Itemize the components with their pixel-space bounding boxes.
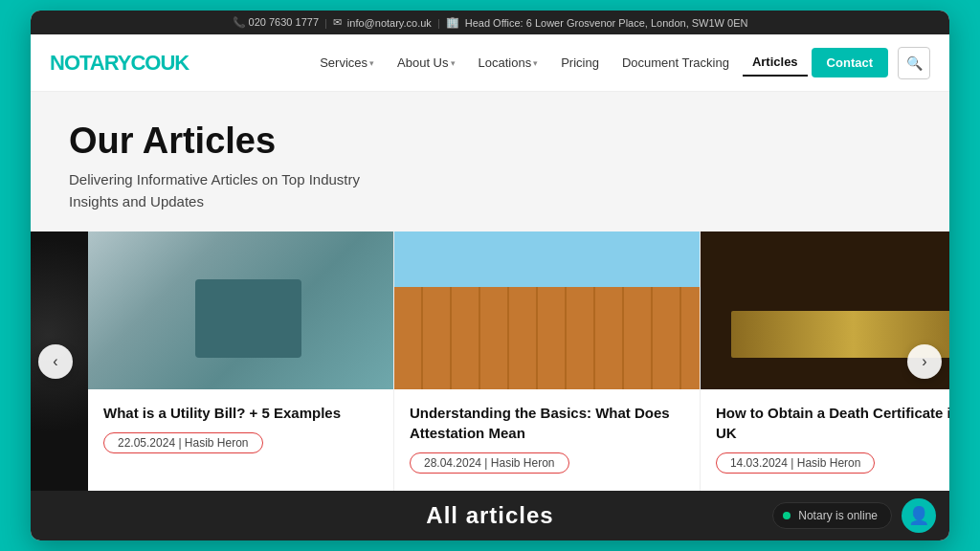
article-info-2: Understanding the Basics: What Does Atte… [394,389,700,489]
articles-row: ‹ What is a Utility Bill? + 5 Examples 2… [31,231,949,491]
article-info-3: How to Obtain a Death Certificate in the… [701,389,949,489]
logo-part1: NOTARY [50,51,130,75]
chevron-down-icon: ▾ [369,58,374,68]
nav-articles-label: Articles [752,55,798,69]
chevron-down-icon-about: ▾ [451,58,456,68]
hero-subtitle: Delivering Informative Articles on Top I… [69,169,911,212]
nav-item-about[interactable]: About Us ▾ [388,50,464,76]
nav-item-services[interactable]: Services ▾ [310,50,384,76]
search-icon: 🔍 [906,55,923,71]
nav-item-locations[interactable]: Locations ▾ [469,50,548,76]
search-button[interactable]: 🔍 [898,47,930,79]
online-indicator [783,512,791,519]
page-title: Our Articles [69,121,911,162]
logo-part2: CO [130,51,160,75]
nav-item-doc-tracking[interactable]: Document Tracking [612,50,739,76]
email-icon: ✉ [333,16,342,29]
nav-item-articles[interactable]: Articles [743,49,808,77]
top-bar: 📞 020 7630 1777 | ✉ info@notary.co.uk | … [31,11,949,34]
notary-online-label: Notary is online [798,509,878,522]
article-meta-2: 28.04.2024 | Hasib Heron [410,452,569,474]
separator-1: | [324,17,327,29]
nav-links: Services ▾ About Us ▾ Locations ▾ Pricin… [310,47,930,79]
nav-bar: NOTARYCOUK Services ▾ About Us ▾ Locatio… [31,34,949,92]
article-title-1: What is a Utility Bill? + 5 Examples [103,403,378,423]
notary-online-badge: Notary is online [772,502,892,529]
contact-button[interactable]: Contact [812,48,888,77]
article-title-2: Understanding the Basics: What Does Atte… [410,403,684,443]
bottom-bar: All articles Notary is online [31,491,949,540]
chevron-right-icon: › [922,353,926,370]
separator-2: | [437,17,440,29]
article-title-3: How to Obtain a Death Certificate in the… [716,403,949,443]
all-articles-link[interactable]: All articles [426,502,553,529]
office-text: Head Office: 6 Lower Grosvenor Place, Lo… [465,17,748,29]
article-info-1: What is a Utility Bill? + 5 Examples 22.… [88,389,393,469]
nav-about-label: About Us [397,55,448,70]
nav-locations-label: Locations [479,55,532,70]
article-image-2 [394,231,700,389]
arrow-right-button[interactable]: › [907,344,942,379]
nav-doctracking-label: Document Tracking [622,55,729,70]
article-meta-3: 14.03.2024 | Hasib Heron [716,452,876,474]
article-card-1[interactable]: What is a Utility Bill? + 5 Examples 22.… [88,231,394,491]
article-image-1 [88,231,393,389]
chevron-left-icon: ‹ [53,353,57,370]
articles-section: ‹ What is a Utility Bill? + 5 Examples 2… [31,231,949,491]
arrow-left-button[interactable]: ‹ [38,344,73,379]
logo[interactable]: NOTARYCOUK [50,51,189,76]
nav-pricing-label: Pricing [561,55,599,70]
chat-avatar[interactable] [902,498,936,533]
article-card-2[interactable]: Understanding the Basics: What Does Atte… [394,231,701,491]
nav-services-label: Services [320,55,368,70]
nav-item-pricing[interactable]: Pricing [551,50,609,76]
logo-part3: UK [160,51,189,75]
phone-text: 📞 020 7630 1777 [233,16,319,29]
email-text[interactable]: info@notary.co.uk [347,17,432,29]
article-meta-1: 22.05.2024 | Hasib Heron [103,432,263,453]
chevron-down-icon-locations: ▾ [533,58,538,68]
hero-section: Our Articles Delivering Informative Arti… [31,92,949,231]
browser-window: 📞 020 7630 1777 | ✉ info@notary.co.uk | … [31,11,949,540]
office-icon: 🏢 [446,16,459,29]
